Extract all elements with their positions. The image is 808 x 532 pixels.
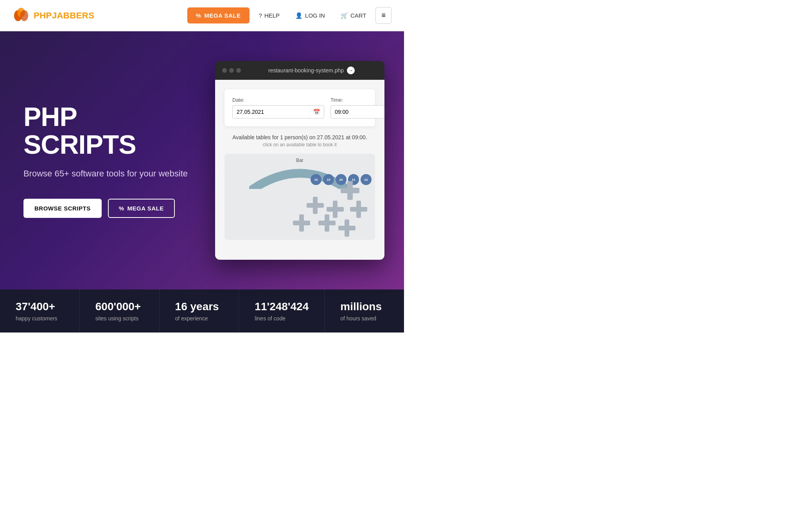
table-18[interactable]: 18 [311,174,321,185]
table-cross-7[interactable] [338,219,356,237]
stat-number-0: 37'400+ [16,300,64,313]
logo[interactable]: PHPJABBERS [13,7,94,24]
hero-title: PHP SCRIPTS [23,103,192,159]
percent-icon: % [196,12,201,19]
svg-rect-16 [338,226,356,230]
time-group: Time: 🕐 [330,97,384,119]
logo-icon [13,7,30,24]
logo-text: PHPJABBERS [34,11,94,21]
table-cross-6[interactable] [350,201,367,218]
browser-url: restaurant-booking-system.php → [246,66,377,74]
cart-button[interactable]: 🛒 CART [334,8,373,23]
svg-rect-14 [350,207,367,212]
availability-info: Available tables for 1 person(s) on 27.0… [224,134,375,147]
time-input-wrap: 🕐 [330,105,384,119]
table-cross-4[interactable] [341,181,359,200]
bar-label: Bar [249,158,351,163]
date-label: Date: [232,97,324,103]
svg-rect-8 [318,221,336,225]
dot-yellow [229,68,234,73]
svg-rect-4 [307,203,324,208]
time-label: Time: [330,97,384,103]
stat-item-3: 11'248'424 lines of code [239,289,325,332]
cart-icon: 🛒 [341,12,348,19]
stat-label-4: of hours saved [340,315,388,322]
stat-item-1: 600'000+ sites using scripts [80,289,160,332]
table-cross-2[interactable] [293,214,310,232]
nav-bar: % MEGA SALE ? HELP 👤 LOG IN 🛒 CART ≡ [187,7,391,24]
hamburger-button[interactable]: ≡ [375,7,391,24]
mega-sale-hero-button[interactable]: % MEGA SALE [108,199,175,218]
table-cross-1[interactable] [307,197,324,214]
booking-form: Date: 📅 Time: 🕐 People: [224,89,375,126]
availability-sub-text: click on an available table to book it [224,142,375,147]
stat-number-4: millions [340,300,388,313]
browser-dots [222,68,241,73]
stat-number-2: 16 years [175,300,223,313]
stat-item-4: millions of hours saved [325,289,404,332]
stat-label-2: of experience [175,315,223,322]
login-button[interactable]: 👤 LOG IN [289,8,331,23]
table-cross-5[interactable] [327,201,344,218]
table-19[interactable]: 19 [323,174,334,185]
availability-main-text: Available tables for 1 person(s) on 27.0… [224,134,375,140]
stat-label-1: sites using scripts [95,315,144,322]
date-group: Date: 📅 [232,97,324,119]
table-22[interactable]: 22 [361,174,372,185]
stat-number-1: 600'000+ [95,300,144,313]
hero-buttons: BROWSE SCRIPTS % MEGA SALE [23,199,192,218]
browser-content: Date: 📅 Time: 🕐 People: [215,80,384,260]
svg-rect-12 [327,207,344,212]
stats-bar: 37'400+ happy customers 600'000+ sites u… [0,289,404,332]
svg-rect-10 [341,188,359,193]
browse-scripts-button[interactable]: BROWSE SCRIPTS [23,199,102,218]
stat-item-2: 16 years of experience [160,289,239,332]
url-arrow-icon: → [347,66,355,74]
calendar-icon: 📅 [309,106,324,118]
date-input[interactable] [233,106,309,118]
time-input[interactable] [331,106,384,118]
stat-number-3: 11'248'424 [255,300,309,313]
percent-icon-hero: % [119,205,124,212]
svg-point-2 [20,10,28,21]
date-input-wrap: 📅 [232,105,324,119]
browser-bar: restaurant-booking-system.php → [215,61,384,80]
floor-plan: Bar 18 19 20 21 22 [224,154,375,240]
mega-sale-button[interactable]: % MEGA SALE [187,7,250,23]
hero-section: PHP SCRIPTS Browse 65+ software tools fo… [0,31,404,289]
user-icon: 👤 [295,12,303,19]
dot-red [222,68,227,73]
stat-label-3: lines of code [255,315,309,322]
browser-mockup: restaurant-booking-system.php → Date: 📅 … [215,61,384,260]
help-button[interactable]: ? HELP [253,8,286,23]
hamburger-icon: ≡ [381,11,386,19]
svg-rect-6 [293,221,310,225]
stat-label-0: happy customers [16,315,64,322]
help-icon: ? [259,12,262,19]
stat-item-0: 37'400+ happy customers [0,289,80,332]
dot-green [236,68,241,73]
hero-subtitle: Browse 65+ software tools for your websi… [23,168,192,180]
header: PHPJABBERS % MEGA SALE ? HELP 👤 LOG IN 🛒… [0,0,404,31]
hero-left: PHP SCRIPTS Browse 65+ software tools fo… [23,103,192,218]
